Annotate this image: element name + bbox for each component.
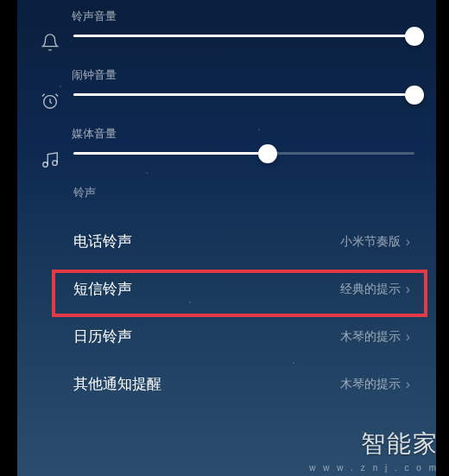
calendar-ringtone-value: 木琴的提示 ›	[340, 329, 410, 345]
ringtone-volume-thumb[interactable]	[405, 27, 424, 46]
sms-ringtone-item[interactable]: 短信铃声 经典的提示 ›	[39, 265, 414, 313]
ringtone-volume-section: 铃声音量	[39, 9, 414, 37]
media-volume-label: 媒体音量	[72, 126, 414, 142]
media-volume-section: 媒体音量	[39, 126, 414, 155]
alarm-volume-slider[interactable]	[73, 93, 414, 96]
ringtone-section-header: 铃声	[39, 185, 414, 200]
music-note-icon	[41, 150, 60, 169]
phone-ringtone-value: 小米节奏版 ›	[340, 234, 410, 250]
alarm-clock-icon	[41, 92, 60, 111]
alarm-volume-label: 闹钟音量	[72, 67, 414, 83]
calendar-ringtone-item[interactable]: 日历铃声 木琴的提示 ›	[39, 313, 414, 360]
sms-ringtone-label: 短信铃声	[73, 279, 132, 299]
chevron-right-icon: ›	[406, 377, 410, 392]
sms-ringtone-value: 经典的提示 ›	[340, 282, 410, 297]
phone-ringtone-label: 电话铃声	[73, 232, 132, 251]
other-notification-label: 其他通知提醒	[73, 374, 161, 394]
media-volume-thumb[interactable]	[258, 144, 277, 163]
phone-ringtone-item[interactable]: 电话铃声 小米节奏版 ›	[39, 218, 414, 265]
ringtone-volume-slider[interactable]	[73, 35, 414, 37]
media-volume-slider[interactable]	[73, 152, 414, 155]
chevron-right-icon: ›	[406, 329, 410, 345]
other-notification-value: 木琴的提示 ›	[340, 377, 410, 392]
calendar-ringtone-label: 日历铃声	[73, 327, 132, 346]
bell-icon	[41, 33, 60, 52]
watermark-text: 智能家	[361, 428, 439, 460]
chevron-right-icon: ›	[406, 234, 410, 250]
ringtone-volume-label: 铃声音量	[72, 9, 414, 24]
alarm-volume-thumb[interactable]	[405, 86, 424, 105]
other-notification-item[interactable]: 其他通知提醒 木琴的提示 ›	[39, 360, 414, 408]
svg-point-2	[53, 161, 58, 166]
alarm-volume-section: 闹钟音量	[39, 67, 414, 96]
svg-point-1	[43, 162, 48, 168]
chevron-right-icon: ›	[406, 282, 410, 297]
watermark-url: w w w . z n j . c o m	[309, 463, 439, 473]
